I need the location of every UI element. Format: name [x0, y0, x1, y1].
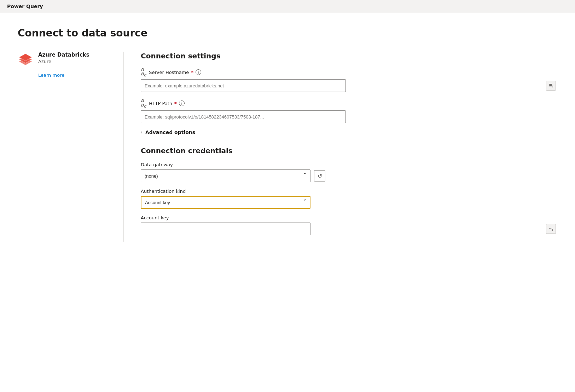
chevron-right-icon: › [141, 130, 143, 135]
authentication-kind-label: Authentication kind [141, 189, 557, 194]
server-hostname-input-wrapper: ⊞5 [141, 79, 557, 92]
abc-prefix-http: ABC [141, 98, 146, 108]
account-key-param-icon: ···5 [549, 227, 553, 231]
advanced-options-label: Advanced options [145, 129, 195, 135]
title-bar: Power Query [0, 0, 575, 13]
authentication-kind-select[interactable]: Account key Username/Password OAuth2 [141, 196, 310, 209]
data-gateway-select-container: (none) ⌄ [141, 169, 310, 182]
connector-category: Azure [38, 59, 89, 64]
connection-settings-title: Connection settings [141, 52, 557, 60]
http-path-input-wrapper [141, 110, 557, 123]
server-hostname-info-icon[interactable]: i [196, 69, 201, 75]
right-panel: Connection settings ABC Server Hostname … [124, 52, 557, 242]
account-key-label-text: Account key [141, 215, 169, 220]
authentication-kind-label-text: Authentication kind [141, 189, 186, 194]
data-gateway-label: Data gateway [141, 162, 557, 167]
abc-prefix-hostname: ABC [141, 67, 146, 77]
data-gateway-group: Data gateway (none) ⌄ ↺ [141, 162, 557, 182]
account-key-group: Account key ···5 [141, 215, 557, 235]
app-title: Power Query [7, 4, 43, 9]
learn-more-link[interactable]: Learn more [38, 73, 64, 78]
http-path-label: ABC HTTP Path * i [141, 98, 557, 108]
authentication-kind-select-container: Account key Username/Password OAuth2 ⌄ [141, 196, 310, 209]
account-key-input-wrapper: ···5 [141, 223, 557, 235]
connector-text: Azure Databricks Azure [38, 52, 89, 64]
databricks-icon [18, 52, 33, 67]
server-hostname-label: ABC Server Hostname * i [141, 67, 557, 77]
http-path-input[interactable] [141, 110, 346, 123]
connector-info: Azure Databricks Azure [18, 52, 109, 67]
main-layout: Azure Databricks Azure Learn more Connec… [18, 52, 557, 242]
account-key-label: Account key [141, 215, 557, 220]
page-container: Connect to data source Azure Data [0, 13, 575, 256]
server-hostname-required: * [191, 70, 193, 75]
advanced-options-toggle[interactable]: › Advanced options [141, 129, 557, 135]
param-icon: ⊞5 [549, 83, 553, 88]
data-gateway-select-wrapper: (none) ⌄ ↺ [141, 169, 557, 182]
connection-credentials-title: Connection credentials [141, 146, 557, 155]
data-gateway-refresh-button[interactable]: ↺ [314, 170, 325, 181]
server-hostname-input[interactable] [141, 79, 346, 92]
data-gateway-select[interactable]: (none) [141, 169, 310, 182]
http-path-label-text: HTTP Path [149, 101, 172, 106]
http-path-info-icon[interactable]: i [179, 100, 185, 106]
server-hostname-label-text: Server Hostname [149, 70, 189, 75]
http-path-group: ABC HTTP Path * i [141, 98, 557, 123]
page-title: Connect to data source [18, 27, 557, 39]
account-key-reveal-btn[interactable]: ···5 [546, 224, 556, 234]
server-hostname-group: ABC Server Hostname * i ⊞5 [141, 67, 557, 92]
authentication-kind-group: Authentication kind Account key Username… [141, 189, 557, 209]
data-gateway-label-text: Data gateway [141, 162, 173, 167]
refresh-icon: ↺ [318, 173, 322, 179]
http-path-required: * [174, 101, 177, 106]
connector-name: Azure Databricks [38, 52, 89, 58]
left-panel: Azure Databricks Azure Learn more [18, 52, 124, 242]
server-hostname-param-btn[interactable]: ⊞5 [546, 81, 556, 91]
account-key-input[interactable] [141, 223, 310, 235]
